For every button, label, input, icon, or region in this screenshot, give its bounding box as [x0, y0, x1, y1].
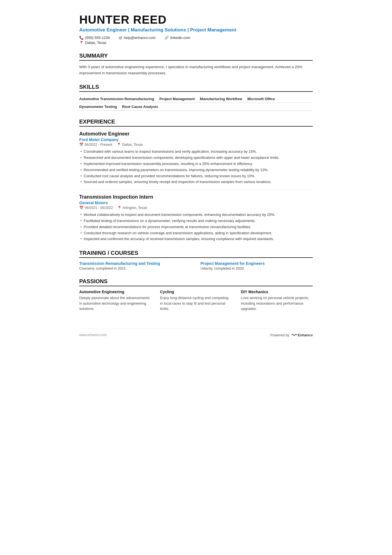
passion-desc: Love working on personal vehicle project… — [241, 295, 313, 312]
passions-grid: Automotive EngineeringDeeply passionate … — [79, 290, 313, 312]
bullet-item: Recommended and verified testing paramet… — [79, 167, 313, 173]
passion-item: Automotive EngineeringDeeply passionate … — [79, 290, 151, 312]
job-date: 📅 06/2022 - Present — [79, 142, 112, 147]
skill-item: Manufacturing Workflow — [200, 95, 247, 103]
jobs-container: Automotive EngineerFord Motor Company 📅 … — [79, 131, 313, 242]
job-title: Transmission Inspection Intern — [79, 194, 313, 200]
company-name: Ford Motor Company — [79, 137, 313, 142]
passions-section: PASSIONS Automotive EngineeringDeeply pa… — [79, 278, 313, 312]
summary-title: SUMMARY — [79, 53, 313, 61]
passion-name: Cycling — [160, 290, 232, 294]
skill-item: Dynamometer Testing — [79, 103, 122, 110]
bullet-item: Conducted root cause analysis and provid… — [79, 173, 313, 179]
training-title: TRAINING / COURSES — [79, 250, 313, 258]
skills-row-2: Dynamometer TestingRoot Cause Analysis — [79, 103, 313, 111]
header: HUNTER REED Automotive Engineer | Manufa… — [79, 13, 313, 45]
experience-title: EXPERIENCE — [79, 119, 313, 127]
job-date: 📅 06/2021 - 05/2022 — [79, 206, 113, 210]
job-entry: Automotive EngineerFord Motor Company 📅 … — [79, 131, 313, 190]
skills-row-1: Automotive Transmission RemanufacturingP… — [79, 95, 313, 103]
job-bullets: Coordinated with various teams to inspec… — [79, 149, 313, 185]
bullet-item: Researched and documented transmission c… — [79, 155, 313, 161]
passion-name: Automotive Engineering — [79, 290, 151, 294]
passion-desc: Deeply passionate about the advancements… — [79, 295, 151, 312]
footer-brand: Powered by Enhancv — [270, 333, 313, 337]
passion-item: CyclingEnjoy long-distance cycling and c… — [160, 290, 232, 312]
passion-item: DIY MechanicsLove working on personal ve… — [241, 290, 313, 312]
job-entry: Transmission Inspection InternGeneral Mo… — [79, 194, 313, 242]
email-contact: @ help@enhancv.com — [119, 36, 155, 40]
bullet-item: Inspected and confirmed the accuracy of … — [79, 236, 313, 242]
candidate-name: HUNTER REED — [79, 13, 313, 26]
bullet-item: Provided detailed recommendations for pr… — [79, 224, 313, 230]
location-text: Dallas, Texas — [85, 41, 106, 45]
linkedin-contact: 🔗 linkedin.com — [164, 36, 190, 40]
email-address: help@enhancv.com — [124, 36, 155, 40]
powered-by-text: Powered by — [270, 333, 289, 337]
company-name: General Motors — [79, 201, 313, 205]
phone-icon: 📞 — [79, 36, 84, 40]
summary-section: SUMMARY With 3 years of automotive engin… — [79, 53, 313, 76]
course-name: Transmission Remanufacturing and Testing — [79, 261, 192, 266]
skills-section: SKILLS Automotive Transmission Remanufac… — [79, 84, 313, 111]
location-icon: 📍 — [79, 41, 84, 45]
bullet-item: Implemented improved transmission reasse… — [79, 161, 313, 167]
bullet-item: Conducted thorough research on vehicle c… — [79, 230, 313, 236]
job-location: 📍 Arlington, Texas — [117, 206, 147, 210]
location-row: 📍 Dallas, Texas — [79, 41, 313, 45]
phone-contact: 📞 (555) 555-1234 — [79, 36, 110, 40]
bullet-item: Coordinated with various teams to inspec… — [79, 149, 313, 155]
job-location: 📍 Dallas, Texas — [117, 142, 143, 147]
skills-title: SKILLS — [79, 84, 313, 92]
summary-text: With 3 years of automotive engineering e… — [79, 64, 313, 76]
skill-item: Project Management — [159, 95, 200, 103]
phone-number: (555) 555-1234 — [85, 36, 110, 40]
passion-desc: Enjoy long-distance cycling and competin… — [160, 295, 232, 312]
enhancv-logo: Enhancv — [291, 333, 313, 337]
linkedin-url: linkedin.com — [170, 36, 190, 40]
location-contact: 📍 Dallas, Texas — [79, 41, 106, 45]
job-title: Automotive Engineer — [79, 131, 313, 137]
course-item: Transmission Remanufacturing and Testing… — [79, 261, 192, 270]
job-bullets: Worked collaboratively to inspect and do… — [79, 212, 313, 242]
candidate-title: Automotive Engineer | Manufacturing Solu… — [79, 27, 313, 33]
bullet-item: Worked collaboratively to inspect and do… — [79, 212, 313, 218]
course-provider: Udacity, completed in 2020. — [200, 266, 313, 270]
passions-title: PASSIONS — [79, 278, 313, 286]
bullet-item: Facilitated testing of transmissions on … — [79, 218, 313, 224]
course-item: Project Management for EngineersUdacity,… — [200, 261, 313, 270]
bullet-item: Sourced and ordered samples, ensuring ti… — [79, 179, 313, 185]
contact-row: 📞 (555) 555-1234 @ help@enhancv.com 🔗 li… — [79, 36, 313, 40]
training-section: TRAINING / COURSES Transmission Remanufa… — [79, 250, 313, 270]
course-provider: Coursera, completed in 2021. — [79, 266, 192, 270]
course-name: Project Management for Engineers — [200, 261, 313, 266]
footer-website: www.enhancv.com — [79, 333, 107, 337]
job-meta: 📅 06/2021 - 05/2022 📍 Arlington, Texas — [79, 206, 313, 210]
skill-item: Automotive Transmission Remanufacturing — [79, 95, 159, 103]
courses-grid: Transmission Remanufacturing and Testing… — [79, 261, 313, 270]
skill-item: Microsoft Office — [247, 95, 280, 103]
experience-section: EXPERIENCE Automotive EngineerFord Motor… — [79, 119, 313, 242]
linkedin-icon: 🔗 — [164, 36, 169, 40]
passion-name: DIY Mechanics — [241, 290, 313, 294]
footer: www.enhancv.com Powered by Enhancv — [79, 328, 313, 337]
email-icon: @ — [119, 36, 122, 40]
job-meta: 📅 06/2022 - Present 📍 Dallas, Texas — [79, 142, 313, 147]
experience-divider — [79, 189, 313, 190]
skill-item: Root Cause Analysis — [122, 103, 163, 110]
logo-icon — [291, 333, 297, 337]
